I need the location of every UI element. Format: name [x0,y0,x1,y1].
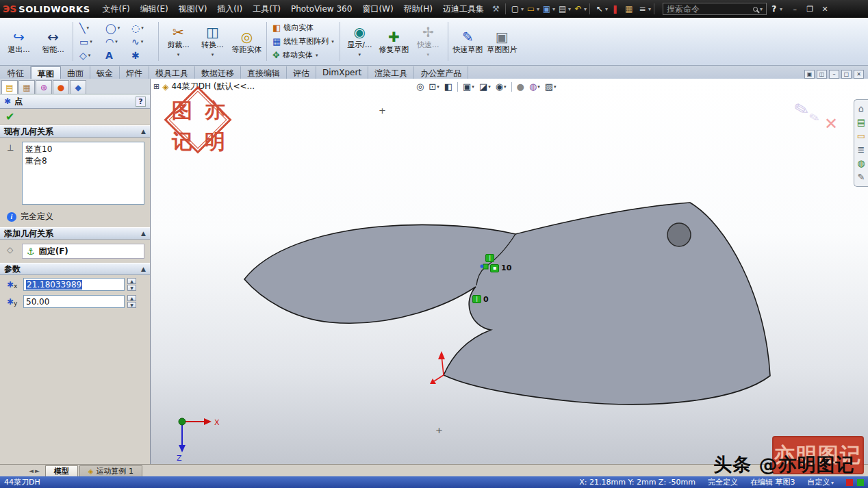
chevron-down-icon[interactable]: ▾ [141,25,144,31]
chevron-down-icon[interactable]: ▾ [780,6,782,12]
tab-data-migration[interactable]: 数据迁移 [195,66,241,79]
collapse-icon[interactable]: ▲ [141,266,146,272]
sketch-point-marker[interactable]: + [379,105,386,116]
stepper-up-icon[interactable]: ▲ [127,295,136,301]
chevron-down-icon[interactable]: ▾ [88,53,91,58]
stepper-down-icon[interactable]: ▼ [127,285,136,291]
menu-edit[interactable]: 编辑(E) [136,1,173,17]
graphics-viewport[interactable]: X Z ⊞ ◈ 44菜刀DH (默认<<... ◎ ⊡▾ ◧ ▣▾ ◪▾ ◉▾ … [151,79,868,464]
linear-pattern-button[interactable]: ▦ 线性草图阵列 ▾ [270,35,336,48]
tab-direct-editing[interactable]: 直接编辑 [241,66,287,79]
wrench-icon[interactable]: ⚒ [489,3,502,16]
new-document-icon[interactable]: ▢ [509,3,522,16]
minimize-button[interactable]: – [787,3,802,15]
edit-appearance-icon[interactable]: ● [517,81,524,92]
hide-show-items-icon[interactable]: ◉▾ [496,81,507,92]
zoom-area-icon[interactable]: ⊡▾ [429,81,439,92]
collapse-icon[interactable]: ▲ [141,230,146,237]
mirror-entities-button[interactable]: ◧ 镜向实体 [270,21,336,34]
view-palette-icon[interactable]: ≣ [858,145,865,155]
tile-icon[interactable]: ◫ [817,70,827,79]
chevron-down-icon[interactable]: ▾ [648,6,651,12]
menu-help[interactable]: 帮助(H) [399,1,437,17]
offset-entities-button[interactable]: ◎ 等距实体 [231,20,263,63]
display-relations-button[interactable]: ◉ 显示/... ▾ [344,20,376,63]
menu-window[interactable]: 窗口(W) [357,1,398,17]
tab-render-tools[interactable]: 渲染工具 [368,66,414,79]
line-tool[interactable]: ╲▾ [77,21,103,35]
tab-dimxpert[interactable]: DimXpert [316,66,368,79]
rebuild-icon[interactable]: ❚ [609,3,622,16]
cleaver-sketch-region[interactable] [244,203,770,404]
chevron-down-icon[interactable]: ▾ [760,6,763,12]
tab-weldments[interactable]: 焊件 [120,66,149,79]
expand-icon[interactable]: ⊞ [153,82,159,91]
relation-item-coincident[interactable]: 重合8 [25,155,141,167]
chevron-down-icon[interactable]: ▾ [472,84,474,90]
tab-sheet-metal[interactable]: 钣金 [90,66,120,79]
dimxpert-manager-tab[interactable]: ● [53,80,69,94]
stepper-down-icon[interactable]: ▼ [127,302,136,308]
command-search[interactable]: 搜索命令 ▾ [663,3,767,15]
point-tool[interactable]: ✱ [129,49,155,62]
chevron-down-icon[interactable]: ▾ [568,6,571,12]
properties-icon[interactable]: ▦ [622,3,635,16]
menu-tools[interactable]: 工具(T) [248,1,285,17]
chevron-down-icon[interactable]: ▾ [115,39,118,44]
chevron-down-icon[interactable]: ▾ [554,84,557,90]
custom-properties-icon[interactable]: ✎ [858,172,865,182]
relations-listbox[interactable]: 竖直10 重合8 [22,142,144,205]
menu-photoview[interactable]: PhotoView 360 [286,2,357,16]
help-icon[interactable]: ? [767,3,780,16]
tab-mold-tools[interactable]: 模具工具 [149,66,195,79]
quick-snaps-button[interactable]: ✢ 快速... ▾ [412,20,444,63]
menu-maidi-tools[interactable]: 迈迪工具集 [438,1,489,17]
chevron-down-icon[interactable]: ▾ [359,51,361,59]
sketch-origin[interactable] [430,351,445,384]
rectangle-tool[interactable]: ▭▾ [77,35,103,49]
chevron-down-icon[interactable]: ▾ [331,39,334,44]
chevron-down-icon[interactable]: ▾ [552,6,555,12]
motion-study-tab[interactable]: ◈ 运动算例 1 [79,465,142,476]
chevron-down-icon[interactable]: ▾ [316,53,318,58]
repair-sketch-button[interactable]: ✚ 修复草图 [378,20,410,63]
doc-restore-button[interactable]: □ [841,70,852,79]
tab-office-products[interactable]: 办公室产品 [414,66,468,79]
trim-entities-button[interactable]: ✂ 剪裁... ▾ [162,20,194,63]
chevron-down-icon[interactable]: ▾ [118,25,120,31]
model-tab[interactable]: 模型 [45,465,78,476]
search-icon[interactable] [753,7,758,12]
scroll-left-icon[interactable]: ◄ [29,467,34,474]
coincident-relation-flag-2[interactable]: ❘ [472,295,481,303]
chevron-down-icon[interactable]: ▾ [831,480,834,486]
menu-insert[interactable]: 插入(I) [212,1,247,17]
configuration-manager-tab[interactable]: ⊕ [36,80,52,94]
apply-scene-icon[interactable]: ◍▾ [529,81,540,92]
sketch-picture-button[interactable]: ▣ 草图图片 [486,20,518,63]
doc-minimize-button[interactable]: – [829,70,839,79]
design-library-icon[interactable]: ▤ [857,118,865,127]
chevron-down-icon[interactable]: ▾ [488,84,491,90]
chevron-down-icon[interactable]: ▾ [212,51,214,59]
menu-view[interactable]: 视图(V) [174,1,212,17]
section-view-icon[interactable]: ◧ [444,81,452,92]
tab-surfaces[interactable]: 曲面 [61,66,90,79]
stepper-up-icon[interactable]: ▲ [127,278,136,284]
polygon-tool[interactable]: ◇▾ [77,49,103,62]
close-button[interactable]: ✕ [817,3,832,15]
rapid-sketch-button[interactable]: ✎ 快速草图 [452,20,484,63]
property-manager-tab[interactable]: ▦ [18,80,35,94]
options-icon[interactable]: ≡ [636,3,649,16]
appearances-icon[interactable]: ◍ [857,159,865,168]
feature-tree-root[interactable]: ⊞ ◈ 44菜刀DH (默认<<... [153,81,255,92]
cascade-icon[interactable]: ▣ [804,70,815,79]
circle-tool[interactable]: ◯▾ [103,21,129,35]
convert-entities-button[interactable]: ◫ 转换... ▾ [196,20,229,63]
doc-close-button[interactable]: ✕ [854,70,864,79]
selected-point-marker[interactable] [483,264,488,269]
select-cursor-icon[interactable]: ↖ [593,3,606,16]
print-icon[interactable]: ▤ [556,3,569,16]
tab-features[interactable]: 特征 [1,66,31,79]
save-icon[interactable]: ▣ [540,3,553,16]
scroll-right-icon[interactable]: ► [35,467,40,474]
